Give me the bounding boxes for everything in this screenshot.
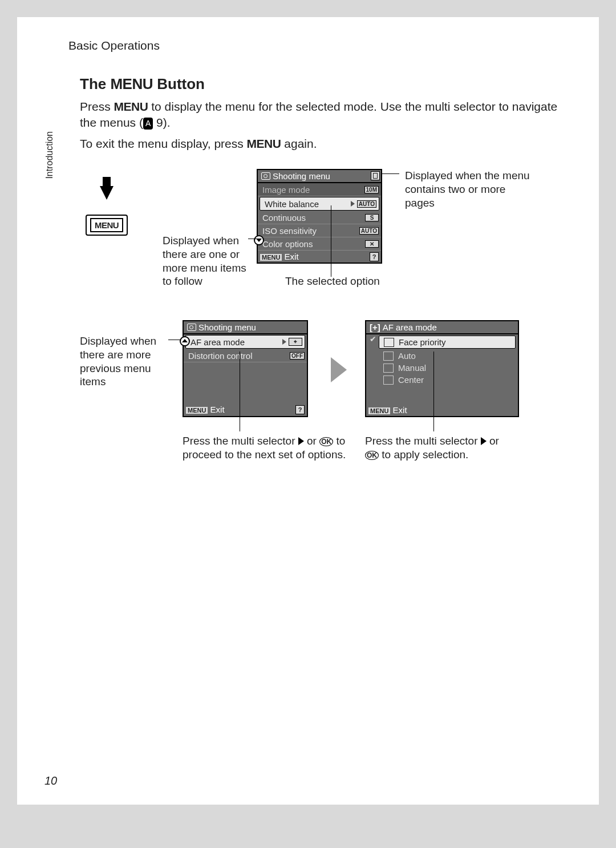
title-prefix: The [80,75,110,92]
caption-proceed: Press the multi selector or OK to procee… [183,434,348,462]
option: Center [366,374,518,386]
menu-chip: MENU [368,407,390,414]
callout-more-pages: Displayed when the menu contains two or … [405,169,530,209]
menu-word: MENU [110,75,153,92]
manual-page: Basic Operations Introduction The MENU B… [17,17,599,805]
lcd-title: Shooting menu [273,171,330,181]
callout-more-previous: Displayed when there are more previous m… [80,334,171,389]
manual-icon [383,364,394,373]
menu-item: ISO sensitivityAUTO [258,224,381,237]
camera-icon [187,324,196,331]
callout-selected-option: The selected option [285,274,380,288]
menu-word-inline: MENU [247,137,281,150]
reference-icon: A [143,118,153,130]
menu-item: ContinuousS [258,211,381,224]
arrow-down-icon [100,186,114,200]
triangle-right-icon [481,437,487,445]
more-above-icon [180,336,190,346]
chapter-tab: Introduction [44,131,55,179]
menu-item: Image mode10M [258,183,381,196]
menu-chip: MENU [260,254,282,261]
scroll-indicator-icon [371,171,380,180]
exit-label: Exit [393,405,407,415]
option: Auto [366,350,518,362]
triangle-right-icon [298,437,304,445]
lcd-title: Shooting menu [198,322,256,332]
page-title: The MENU Button [80,75,565,93]
lcd-af-area-mode: [+] AF area mode ✔ Face priority Auto Ma… [365,320,519,417]
menu-word-inline: MENU [114,100,148,113]
ok-icon: OK [319,437,333,446]
auto-icon [383,352,394,361]
section-header: Basic Operations [68,39,565,53]
exit-label: Exit [285,252,299,261]
checkmark-icon: ✔ [366,334,376,350]
more-below-icon [254,235,264,245]
diagram-area: MENU Shooting menu Image mode10M White b… [80,169,565,500]
help-icon: ? [295,405,305,414]
option: Manual [366,362,518,374]
help-icon: ? [370,252,379,261]
lcd-shooting-menu-2: Shooting menu AF area mode⌖ Distortion c… [183,320,308,417]
title-suffix: Button [153,75,205,92]
page-number: 10 [44,774,57,788]
af-area-icon: [+] [370,322,380,332]
menu-item-selected: White balanceAUTO [260,197,379,211]
intro-para-2: To exit the menu display, press MENU aga… [80,136,565,152]
exit-label: Exit [210,405,225,414]
center-icon [383,375,394,385]
lcd-shooting-menu-1: Shooting menu Image mode10M White balanc… [257,169,382,264]
callout-more-follow: Displayed when there are one or more men… [163,234,254,288]
arrow-right-icon [331,357,347,382]
menu-chip: MENU [186,407,208,414]
menu-button-illustration: MENU [86,186,128,236]
caption-apply: Press the multi selector or OK to apply … [365,434,513,462]
face-priority-icon [384,338,394,347]
option-selected: Face priority [379,336,516,349]
ok-icon: OK [365,451,379,460]
chevron-right-icon [351,201,355,207]
menu-item: Color options✕ [258,237,381,251]
chevron-right-icon [282,339,286,345]
lcd-title: AF area mode [383,322,437,332]
menu-item-selected: AF area mode⌖ [185,335,305,349]
camera-icon [261,172,270,180]
menu-button-label: MENU [90,218,123,232]
menu-item: Distortion controlOFF [184,349,307,362]
intro-para-1: Press MENU to display the menu for the s… [80,99,565,131]
